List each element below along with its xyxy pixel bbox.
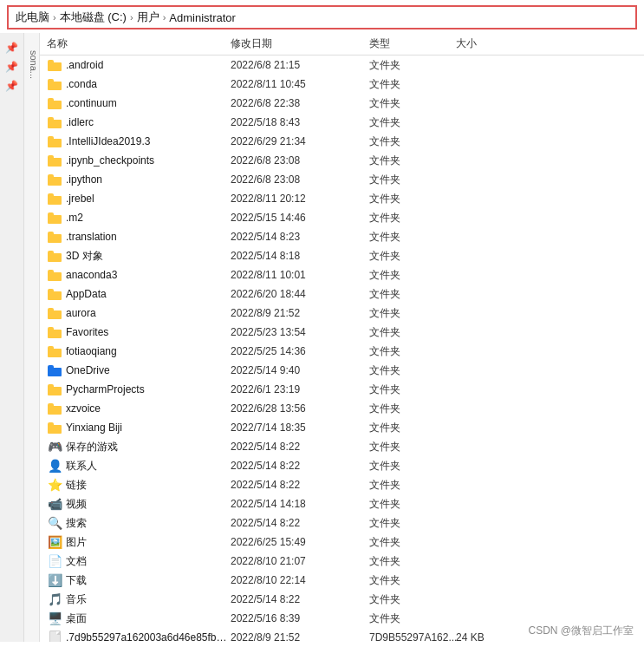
file-date: 2022/8/10 21:07 [231, 555, 369, 567]
file-name-cell: .7d9b55297a162003a6d46e85fb1519... [40, 630, 231, 642]
file-name: .idlerc [66, 116, 94, 128]
table-row[interactable]: .translation 2022/5/14 8:23 文件夹 [40, 227, 644, 246]
file-date: 2022/5/14 8:22 [231, 441, 369, 453]
file-date: 2022/6/28 13:56 [231, 402, 369, 415]
table-row[interactable]: .idlerc 2022/5/18 8:43 文件夹 [40, 113, 644, 132]
file-name: .continuum [66, 97, 117, 109]
file-name-cell: .m2 [40, 210, 231, 225]
file-icon [47, 267, 62, 283]
file-date: 2022/5/14 8:22 [231, 460, 369, 472]
file-date: 2022/5/14 8:22 [231, 479, 369, 491]
table-row[interactable]: .jrebel 2022/8/11 20:12 文件夹 [40, 189, 644, 208]
file-type: 文件夹 [369, 478, 456, 493]
breadcrumb-users[interactable]: 用户 [137, 10, 159, 25]
table-row[interactable]: ⬇️ 下载 2022/8/10 22:14 文件夹 [40, 571, 644, 590]
left-panel: sona... [24, 33, 40, 642]
file-name-cell: ⭐ 链接 [40, 477, 231, 493]
col-header-size[interactable]: 大小 [456, 36, 525, 51]
file-date: 2022/5/14 8:22 [231, 593, 369, 605]
file-name: anaconda3 [66, 269, 117, 281]
file-icon: 🎮 [47, 439, 62, 454]
file-icon [47, 630, 62, 642]
pin-icon-2[interactable]: 📌 [5, 61, 19, 75]
file-size: 24 KB [456, 631, 525, 642]
col-header-type[interactable]: 类型 [369, 36, 456, 51]
file-name-cell: 🎵 音乐 [40, 591, 231, 607]
file-name-cell: .ipynb_checkpoints [40, 153, 231, 168]
file-name-cell: 3D 对象 [40, 248, 231, 264]
pin-icon-3[interactable]: 📌 [5, 80, 19, 94]
table-row[interactable]: 🖼️ 图片 2022/6/25 15:49 文件夹 [40, 533, 644, 552]
table-row[interactable]: xzvoice 2022/6/28 13:56 文件夹 [40, 399, 644, 418]
file-name: 音乐 [66, 592, 87, 607]
file-list-area[interactable]: 名称 修改日期 类型 大小 .android 2022/6/8 21:15 文件… [40, 33, 644, 642]
col-header-name[interactable]: 名称 [40, 36, 231, 51]
table-row[interactable]: .m2 2022/5/15 14:46 文件夹 [40, 208, 644, 227]
left-panel-text: sona... [24, 50, 39, 79]
file-name: PycharmProjects [66, 383, 145, 395]
file-icon [47, 114, 62, 130]
table-row[interactable]: .ipython 2022/6/8 23:08 文件夹 [40, 170, 644, 189]
table-row[interactable]: 🎮 保存的游戏 2022/5/14 8:22 文件夹 [40, 437, 644, 456]
breadcrumb-pc[interactable]: 此电脑 [16, 10, 49, 25]
breadcrumb-disk[interactable]: 本地磁盘 (C:) [60, 10, 127, 25]
file-date: 2022/5/23 13:54 [231, 326, 369, 338]
file-name-cell: OneDrive [40, 363, 231, 378]
table-row[interactable]: anaconda3 2022/8/11 10:01 文件夹 [40, 265, 644, 284]
file-name-cell: .conda [40, 76, 231, 92]
table-row[interactable]: 👤 联系人 2022/5/14 8:22 文件夹 [40, 456, 644, 475]
file-date: 2022/8/11 20:12 [231, 193, 369, 205]
file-name-cell: .android [40, 57, 231, 73]
table-row[interactable]: 📄 文档 2022/8/10 21:07 文件夹 [40, 552, 644, 571]
file-date: 2022/5/14 8:22 [231, 517, 369, 529]
file-date: 2022/8/9 21:52 [231, 307, 369, 319]
file-icon [47, 153, 62, 168]
table-row[interactable]: 3D 对象 2022/5/14 8:18 文件夹 [40, 246, 644, 265]
file-name: .ipython [66, 173, 102, 186]
file-type: 文件夹 [369, 554, 456, 569]
file-date: 2022/7/14 18:35 [231, 422, 369, 434]
table-row[interactable]: ⭐ 链接 2022/5/14 8:22 文件夹 [40, 475, 644, 494]
file-name-cell: .ipython [40, 172, 231, 187]
table-row[interactable]: AppData 2022/6/20 18:44 文件夹 [40, 284, 644, 304]
file-name: 视频 [66, 497, 87, 512]
file-name: .ipynb_checkpoints [66, 154, 154, 167]
table-row[interactable]: OneDrive 2022/5/14 9:40 文件夹 [40, 361, 644, 380]
table-row[interactable]: .conda 2022/8/11 10:45 文件夹 [40, 75, 644, 94]
table-row[interactable]: .continuum 2022/6/8 22:38 文件夹 [40, 94, 644, 113]
table-row[interactable]: 🔍 搜索 2022/5/14 8:22 文件夹 [40, 513, 644, 533]
table-row[interactable]: 📹 视频 2022/5/14 14:18 文件夹 [40, 494, 644, 513]
table-row[interactable]: .android 2022/6/8 21:15 文件夹 [40, 56, 644, 75]
file-type: 文件夹 [369, 58, 456, 73]
file-type: 文件夹 [369, 192, 456, 206]
file-type: 文件夹 [369, 134, 456, 149]
breadcrumb-sep-2: › [130, 12, 133, 23]
table-row[interactable]: 🎵 音乐 2022/5/14 8:22 文件夹 [40, 590, 644, 609]
file-type: 文件夹 [369, 325, 456, 340]
file-name: .m2 [66, 212, 83, 224]
table-row[interactable]: Yinxiang Biji 2022/7/14 18:35 文件夹 [40, 418, 644, 437]
file-name-cell: ⬇️ 下载 [40, 572, 231, 588]
file-name-cell: PycharmProjects [40, 382, 231, 397]
file-type: 文件夹 [369, 440, 456, 454]
table-row[interactable]: .IntelliJIdea2019.3 2022/6/29 21:34 文件夹 [40, 132, 644, 151]
file-date: 2022/8/11 10:45 [231, 78, 369, 90]
file-date: 2022/6/1 23:19 [231, 383, 369, 395]
file-name: aurora [66, 307, 96, 319]
file-name-cell: 📹 视频 [40, 496, 231, 512]
table-row[interactable]: fotiaoqiang 2022/5/25 14:36 文件夹 [40, 342, 644, 361]
file-name-cell: .idlerc [40, 114, 231, 130]
table-row[interactable]: aurora 2022/8/9 21:52 文件夹 [40, 304, 644, 323]
file-icon [47, 229, 62, 245]
file-icon [47, 95, 62, 111]
breadcrumb-admin[interactable]: Administrator [169, 11, 236, 24]
table-row[interactable]: .ipynb_checkpoints 2022/6/8 23:08 文件夹 [40, 151, 644, 170]
col-header-date[interactable]: 修改日期 [231, 36, 369, 51]
breadcrumb-sep-3: › [163, 12, 166, 23]
table-row[interactable]: PycharmProjects 2022/6/1 23:19 文件夹 [40, 380, 644, 399]
file-icon [47, 343, 62, 359]
file-icon [47, 248, 62, 264]
pin-icon-1[interactable]: 📌 [5, 42, 19, 56]
file-name: 链接 [66, 478, 87, 493]
table-row[interactable]: Favorites 2022/5/23 13:54 文件夹 [40, 323, 644, 342]
